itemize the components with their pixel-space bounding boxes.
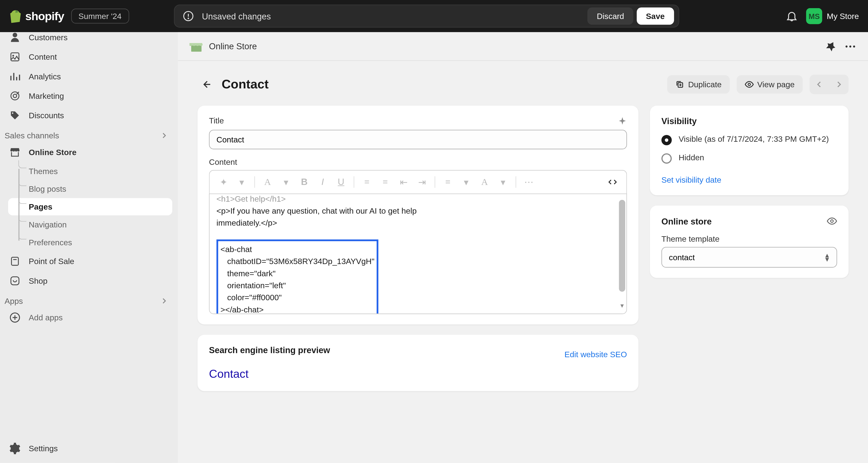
subnav-label: Navigation	[29, 220, 67, 229]
content-area: Online Store Contact Duplicate View page	[178, 32, 868, 463]
rte-bold-button[interactable]: B	[296, 174, 312, 190]
sparkle-icon[interactable]	[618, 117, 627, 126]
edition-badge[interactable]: Summer '24	[71, 8, 129, 24]
title-input[interactable]	[209, 130, 627, 149]
set-visibility-date-link[interactable]: Set visibility date	[661, 175, 721, 184]
eye-icon[interactable]	[827, 216, 837, 226]
chevron-down-icon[interactable]: ▾	[278, 174, 294, 190]
seo-preview-title: Contact	[209, 368, 627, 381]
rte-color-button[interactable]: A	[476, 174, 493, 190]
topbar: shopify Summer '24 Unsaved changes Disca…	[0, 0, 868, 32]
radio-label: Visible (as of 7/17/2024, 7:33 PM GMT+2)	[679, 134, 829, 145]
sidebar-item-add-apps[interactable]: Add apps	[0, 308, 178, 327]
sidebar-item-label: Analytics	[29, 72, 61, 81]
theme-template-select[interactable]: contact	[661, 247, 837, 268]
store-icon	[9, 147, 21, 158]
subnav-item-blog-posts[interactable]: Blog posts	[8, 180, 172, 197]
scroll-down-icon[interactable]: ▼	[619, 302, 625, 308]
topbar-right: MS My Store	[785, 8, 859, 24]
view-page-button[interactable]: View page	[737, 75, 802, 94]
rte-align-button[interactable]: ≡	[440, 174, 456, 190]
visibility-hidden-row[interactable]: Hidden	[661, 152, 837, 164]
image-icon	[9, 51, 21, 63]
subnav-label: Blog posts	[29, 184, 66, 193]
sidebar: CustomersContentAnalyticsMarketingDiscou…	[0, 32, 178, 463]
rte-body[interactable]: <h1>Get help</h1><p>If you have any ques…	[209, 193, 627, 314]
sidebar-item-analytics[interactable]: Analytics	[0, 67, 178, 86]
sidebar-item-settings[interactable]: Settings	[0, 439, 178, 458]
sidebar-item-discounts[interactable]: Discounts	[0, 105, 178, 125]
svg-point-4	[12, 55, 14, 57]
save-button[interactable]: Save	[637, 7, 674, 25]
sidebar-item-shop[interactable]: Shop	[0, 271, 178, 290]
svg-point-2	[188, 18, 188, 19]
avatar: MS	[806, 8, 822, 24]
chevron-down-icon[interactable]: ▾	[234, 174, 250, 190]
arrow-left-icon	[201, 79, 211, 90]
save-bar: Unsaved changes Discard Save	[174, 4, 679, 28]
rte-more-button[interactable]: ⋯	[521, 174, 537, 190]
visibility-visible-row[interactable]: Visible (as of 7/17/2024, 7:33 PM GMT+2)	[661, 134, 837, 145]
svg-point-7	[12, 112, 13, 114]
svg-rect-10	[11, 277, 19, 285]
rte-italic-button[interactable]: I	[315, 174, 331, 190]
sidebar-item-online-store[interactable]: Online Store	[0, 143, 178, 162]
svg-point-17	[853, 45, 855, 47]
more-icon[interactable]	[844, 40, 857, 53]
rte-code-toggle[interactable]	[604, 174, 621, 190]
shopify-logo[interactable]: shopify	[9, 9, 64, 23]
subnav-item-navigation[interactable]: Navigation	[8, 216, 172, 233]
gear-icon	[9, 443, 21, 454]
plus-circle-icon	[9, 312, 21, 323]
rte-paragraph-button[interactable]: A	[259, 174, 276, 190]
back-button[interactable]	[197, 76, 215, 93]
apps-header[interactable]: Apps	[0, 290, 178, 308]
chevron-down-icon[interactable]: ▾	[495, 174, 511, 190]
chevron-right-icon	[160, 131, 169, 140]
shopify-bag-icon	[9, 9, 22, 23]
rte-underline-button[interactable]: U	[333, 174, 349, 190]
next-page-button[interactable]	[829, 74, 848, 94]
sidebar-item-label: Settings	[29, 444, 58, 453]
template-label: Theme template	[661, 234, 837, 244]
content-label: Content	[209, 157, 627, 166]
chevron-down-icon[interactable]: ▾	[458, 174, 474, 190]
sidebar-item-pos[interactable]: Point of Sale	[0, 252, 178, 271]
sidebar-item-content[interactable]: Content	[0, 47, 178, 66]
online-store-heading: Online store	[661, 216, 712, 226]
scrollbar[interactable]	[619, 200, 625, 291]
pin-icon[interactable]	[825, 40, 837, 53]
online-store-header-icon	[189, 39, 203, 53]
page-header-bar: Online Store	[178, 32, 868, 61]
store-menu[interactable]: MS My Store	[806, 8, 859, 24]
discard-button[interactable]: Discard	[588, 7, 633, 25]
sidebar-item-label: Online Store	[29, 148, 76, 157]
rte-bullet-list-button[interactable]: ≡	[359, 174, 375, 190]
notifications-icon[interactable]	[785, 10, 798, 22]
subnav-item-preferences[interactable]: Preferences	[8, 234, 172, 251]
pager	[809, 74, 848, 94]
edit-seo-link[interactable]: Edit website SEO	[564, 349, 627, 359]
visibility-heading: Visibility	[661, 116, 837, 126]
rte-indent-button[interactable]: ⇥	[414, 174, 430, 190]
subnav-item-pages[interactable]: Pages	[8, 198, 172, 215]
duplicate-button[interactable]: Duplicate	[668, 75, 730, 94]
sidebar-item-label: Customers	[29, 33, 68, 42]
rte-number-list-button[interactable]: ≡	[377, 174, 393, 190]
sales-channels-header[interactable]: Sales channels	[0, 125, 178, 143]
sidebar-item-label: Content	[29, 52, 57, 61]
rte-ai-icon[interactable]: ✦	[215, 174, 231, 190]
sidebar-item-marketing[interactable]: Marketing	[0, 86, 178, 105]
chevron-left-icon	[815, 81, 824, 89]
online-store-card: Online store Theme template contact ▲▼	[650, 206, 848, 278]
subnav-item-themes[interactable]: Themes	[8, 162, 172, 180]
chevron-right-icon	[835, 81, 843, 89]
highlighted-code: <ab-chat chatbotID="53M6x58RY34Dp_13AYVg…	[217, 239, 379, 314]
rte-outdent-button[interactable]: ⇤	[396, 174, 412, 190]
radio-unchecked-icon	[661, 153, 672, 164]
svg-point-6	[13, 94, 17, 98]
prev-page-button[interactable]	[809, 74, 829, 94]
sidebar-item-customers[interactable]: Customers	[0, 32, 178, 47]
duplicate-icon	[675, 80, 685, 89]
rte-toolbar: ✦ ▾ A ▾ B I U ≡ ≡ ⇤ ⇥	[209, 170, 627, 193]
